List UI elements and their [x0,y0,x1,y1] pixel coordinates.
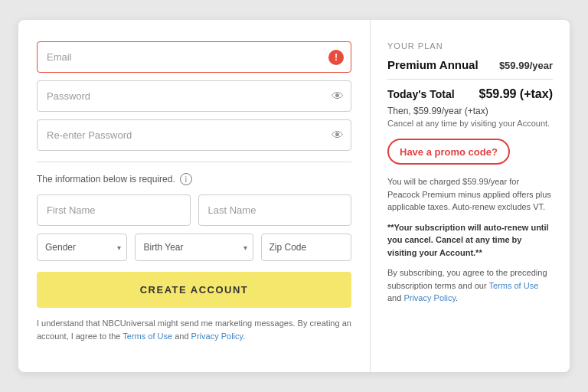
first-name-input[interactable] [37,194,191,226]
plan-price: $59.99/year [499,60,553,71]
right-privacy-link[interactable]: Privacy Policy [403,293,456,302]
details-row: Gender Male Female Non-binary Prefer not… [37,234,351,261]
your-plan-label: YOUR PLAN [387,41,553,51]
birth-year-select[interactable]: Birth Year 200520042003 200220012000 199… [135,234,253,261]
reenter-eye-icon[interactable]: 👁 [332,129,344,142]
signup-form: ! 👁 👁 The information below i [18,20,371,372]
form-divider [37,162,351,162]
zip-input[interactable] [261,234,351,261]
name-row [37,194,351,226]
gender-select-wrapper: Gender Male Female Non-binary Prefer not… [37,234,127,261]
password-input-wrapper: 👁 [37,80,351,112]
required-info-row: The information below is required. i [37,173,351,185]
subscribe-info-text: By subscribing, you agree to the precedi… [387,266,553,305]
total-row: Today's Total $59.99 (+tax) [387,87,553,101]
last-name-wrapper [198,194,352,226]
then-text: Then, $59.99/year (+tax) [387,106,553,116]
plan-divider [387,79,553,80]
auto-renew-text: **Your subscription will auto-renew unti… [387,221,553,260]
promo-code-button[interactable]: Have a promo code? [387,139,510,165]
privacy-policy-link[interactable]: Privacy Policy [191,332,243,341]
today-total-label: Today's Total [387,88,455,100]
disclaimer-text: I understand that NBCUniversal might sen… [37,317,351,342]
password-input[interactable] [37,80,351,112]
plan-summary: YOUR PLAN Premium Annual $59.99/year Tod… [371,20,570,372]
error-icon: ! [328,50,344,65]
email-input-wrapper: ! [37,41,351,73]
email-field-group: ! [37,41,351,73]
and-connector: and [172,332,191,341]
terms-of-use-link[interactable]: Terms of Use [122,332,172,341]
required-text: The information below is required. [37,174,175,185]
plan-name: Premium Annual [387,58,479,71]
plan-name-row: Premium Annual $59.99/year [387,58,553,71]
email-input[interactable] [37,41,351,73]
reenter-field-group: 👁 [37,119,351,151]
info-icon[interactable]: i [180,173,192,185]
reenter-password-input[interactable] [37,119,351,151]
right-terms-link[interactable]: Terms of Use [488,281,538,290]
birth-year-select-wrapper: Birth Year 200520042003 200220012000 199… [135,234,253,261]
cancel-text: Cancel at any time by visiting your Acco… [387,119,553,128]
promo-code-text: Have a promo code? [400,146,498,158]
last-name-input[interactable] [198,194,352,226]
first-name-wrapper [37,194,191,226]
create-account-button[interactable]: CREATE ACCOUNT [37,272,351,308]
right-and-connector: and [387,293,403,302]
eye-icon[interactable]: 👁 [332,90,344,103]
gender-select[interactable]: Gender Male Female Non-binary Prefer not… [37,234,127,261]
disclaimer-period: . [243,332,245,341]
reenter-input-wrapper: 👁 [37,119,351,151]
today-total-amount: $59.99 (+tax) [479,87,553,101]
password-field-group: 👁 [37,80,351,112]
zip-wrapper [261,234,351,261]
charge-info-text: You will be charged $59.99/year for Peac… [387,175,553,214]
right-period: . [456,293,458,302]
